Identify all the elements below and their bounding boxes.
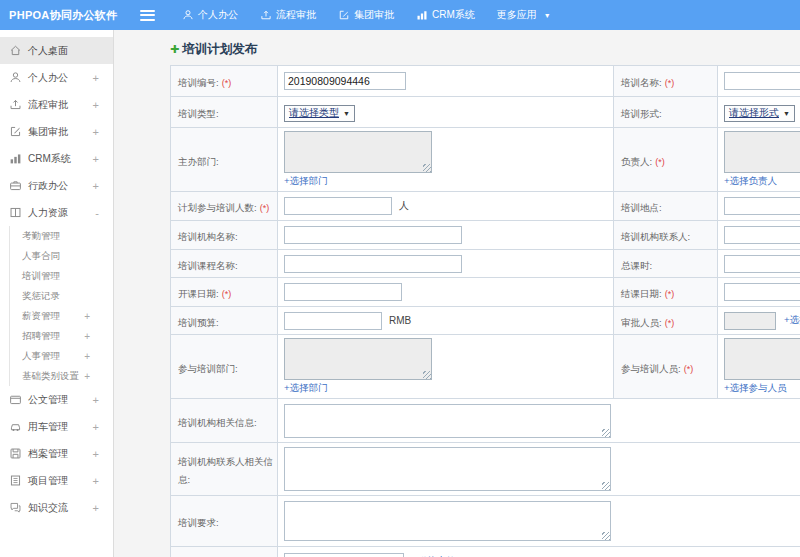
end-date-field-cell bbox=[718, 278, 800, 307]
form-row: 培训预算:RMB审批人员:(*)+选择审批人员 bbox=[171, 307, 800, 335]
training-org-name-field-cell bbox=[278, 221, 614, 250]
form-row: 培训课程名称:总课时: bbox=[171, 250, 800, 278]
field-label: 培训机构联系人: bbox=[621, 231, 690, 242]
budget-input[interactable] bbox=[284, 312, 382, 330]
planned-participants-input[interactable] bbox=[284, 197, 392, 215]
training-org-contact-input[interactable] bbox=[724, 226, 800, 244]
leader-textarea[interactable] bbox=[724, 131, 800, 173]
nav-label: 更多应用 bbox=[497, 8, 537, 22]
top-navbar: PHPOA协同办公软件 个人办公流程审批集团审批CRM系统更多应用▼ bbox=[0, 0, 800, 30]
total-hours-input[interactable] bbox=[724, 255, 800, 273]
page-title: 培训计划发布 bbox=[182, 41, 257, 58]
org-related-info-textarea[interactable] bbox=[284, 404, 611, 438]
sidebar-subitem-personnel[interactable]: 人事管理+ bbox=[10, 346, 113, 366]
approver-link[interactable]: +选择审批人员 bbox=[784, 314, 800, 325]
training-org-name-input[interactable] bbox=[284, 226, 462, 244]
nav-group-approval[interactable]: 集团审批 bbox=[338, 8, 394, 22]
sidebar-subitem-training[interactable]: 培训管理 bbox=[10, 266, 113, 286]
expand-icon[interactable]: + bbox=[93, 153, 99, 165]
field-label: 培训机构相关信息: bbox=[178, 417, 257, 428]
nav-personal-office[interactable]: 个人办公 bbox=[182, 8, 238, 22]
sidebar-item-workflow-approval[interactable]: 流程审批+ bbox=[0, 91, 113, 118]
sidebar-item-label: 集团审批 bbox=[28, 125, 68, 139]
field-label: 参与培训部门: bbox=[178, 363, 238, 374]
host-department-textarea[interactable] bbox=[284, 131, 432, 173]
edit-icon bbox=[338, 9, 350, 21]
sidebar-item-crm-system[interactable]: CRM系统+ bbox=[0, 145, 113, 172]
training-requirements-textarea[interactable] bbox=[284, 501, 611, 541]
expand-icon[interactable]: + bbox=[93, 72, 99, 84]
budget-label-cell: 培训预算: bbox=[171, 307, 278, 335]
nav-crm-system[interactable]: CRM系统 bbox=[416, 8, 475, 22]
training-form-select[interactable]: 请选择形式▼ bbox=[724, 105, 795, 122]
edit-icon bbox=[9, 125, 22, 138]
sidebar-item-label: 知识交流 bbox=[28, 501, 68, 515]
car-icon bbox=[9, 420, 22, 433]
start-date-input[interactable] bbox=[284, 283, 402, 301]
expand-icon[interactable]: + bbox=[93, 99, 99, 111]
attachment-input[interactable] bbox=[284, 553, 404, 557]
end-date-input[interactable] bbox=[724, 283, 800, 301]
expand-icon[interactable]: + bbox=[84, 331, 90, 342]
training-location-input[interactable] bbox=[724, 197, 800, 215]
sidebar-subitem-label: 人事管理 bbox=[22, 350, 60, 363]
sidebar-subitem-salary[interactable]: 薪资管理+ bbox=[10, 306, 113, 326]
sidebar-subitem-attendance[interactable]: 考勤管理 bbox=[10, 226, 113, 246]
sidebar-item-archive[interactable]: 档案管理+ bbox=[0, 440, 113, 467]
sidebar-subitem-reward-punishment[interactable]: 奖惩记录 bbox=[10, 286, 113, 306]
expand-icon[interactable]: + bbox=[93, 126, 99, 138]
nav-more-apps[interactable]: 更多应用▼ bbox=[497, 8, 551, 22]
training-type-select[interactable]: 请选择类型▼ bbox=[284, 105, 355, 122]
expand-icon[interactable]: - bbox=[95, 207, 99, 219]
sidebar-item-group-approval[interactable]: 集团审批+ bbox=[0, 118, 113, 145]
sidebar-item-hr[interactable]: 人力资源- bbox=[0, 199, 113, 226]
required-mark: (*) bbox=[222, 289, 232, 299]
participating-departments-link[interactable]: +选择部门 bbox=[284, 382, 613, 395]
participating-departments-textarea[interactable] bbox=[284, 338, 432, 380]
unit-label: 人 bbox=[399, 200, 409, 211]
host-department-link[interactable]: +选择部门 bbox=[284, 175, 613, 188]
participating-people-link[interactable]: +选择参与人员 bbox=[724, 382, 800, 395]
course-name-input[interactable] bbox=[284, 255, 462, 273]
sidebar-item-project[interactable]: 项目管理+ bbox=[0, 467, 113, 494]
training-name-input[interactable] bbox=[724, 72, 800, 90]
sidebar-item-personal-office[interactable]: 个人办公+ bbox=[0, 64, 113, 91]
sidebar-item-vehicle[interactable]: 用车管理+ bbox=[0, 413, 113, 440]
sidebar-item-knowledge[interactable]: 知识交流+ bbox=[0, 494, 113, 521]
nav-workflow-approval[interactable]: 流程审批 bbox=[260, 8, 316, 22]
sidebar-item-document[interactable]: 公文管理+ bbox=[0, 386, 113, 413]
approver-input[interactable] bbox=[724, 312, 776, 330]
expand-icon[interactable]: + bbox=[84, 371, 90, 382]
expand-icon[interactable]: + bbox=[93, 421, 99, 433]
expand-icon[interactable]: + bbox=[93, 475, 99, 487]
sidebar-subitem-hr-contract[interactable]: 人事合同 bbox=[10, 246, 113, 266]
sidebar-subitem-recruitment[interactable]: 招聘管理+ bbox=[10, 326, 113, 346]
nav-label: 流程审批 bbox=[276, 8, 316, 22]
expand-icon[interactable]: + bbox=[93, 180, 99, 192]
sidebar-subitem-label: 招聘管理 bbox=[22, 330, 60, 343]
sidebar-subitem-base-category[interactable]: 基础类别设置+ bbox=[10, 366, 113, 386]
participating-departments-field-cell: +选择部门 bbox=[278, 335, 614, 399]
required-mark: (*) bbox=[665, 289, 675, 299]
leader-link[interactable]: +选择负责人 bbox=[724, 175, 800, 188]
org-contact-related-info-textarea[interactable] bbox=[284, 447, 611, 491]
budget-field-cell: RMB bbox=[278, 307, 614, 335]
expand-icon[interactable]: + bbox=[84, 351, 90, 362]
training-requirements-field-cell bbox=[278, 496, 800, 547]
training-number-input[interactable] bbox=[284, 72, 406, 90]
participating-people-textarea[interactable] bbox=[724, 338, 800, 380]
total-hours-field-cell bbox=[718, 250, 800, 278]
sidebar-item-admin-office[interactable]: 行政办公+ bbox=[0, 172, 113, 199]
sidebar-item-label: 用车管理 bbox=[28, 420, 68, 434]
expand-icon[interactable]: + bbox=[93, 394, 99, 406]
hamburger-menu-icon[interactable] bbox=[140, 10, 155, 21]
nav-label: 个人办公 bbox=[198, 8, 238, 22]
sidebar-item-label: 个人桌面 bbox=[28, 44, 68, 58]
expand-icon[interactable]: + bbox=[93, 502, 99, 514]
sidebar-subitem-label: 奖惩记录 bbox=[22, 290, 60, 303]
sidebar-item-personal-desktop[interactable]: 个人桌面 bbox=[0, 37, 113, 64]
expand-icon[interactable]: + bbox=[84, 311, 90, 322]
form-row: 培训机构名称:培训机构联系人: bbox=[171, 221, 800, 250]
expand-icon[interactable]: + bbox=[93, 448, 99, 460]
add-plus-icon: ✚ bbox=[170, 44, 179, 55]
